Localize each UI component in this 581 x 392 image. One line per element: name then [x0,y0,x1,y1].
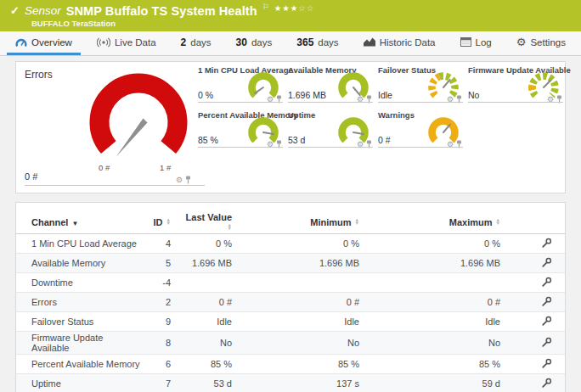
mini-gauge-value: No [468,90,479,100]
cell-maximum: 0 % [376,234,514,254]
tab-365-days[interactable]: 365days [288,31,347,55]
cell-id: 4 [144,234,181,254]
sort-icon: ▲▼ [355,218,359,226]
errors-gauge[interactable] [79,71,198,175]
device-name-link[interactable]: BUFFALO TeraStation [31,19,116,28]
cell-channel[interactable]: Downtime [16,273,144,293]
cell-last-value: 1.696 MB [181,254,249,273]
flag-icon[interactable]: ⚐ [262,3,269,11]
col-header-actions [514,211,565,234]
col-header-maximum[interactable]: Maximum▲▼ [376,211,514,234]
tab-log[interactable]: Log [452,31,500,55]
cell-channel[interactable]: Percent Available Memory [16,355,144,374]
sort-icon: ▲▼ [228,223,232,231]
cell-maximum: 1.696 MB [376,254,514,273]
table-row-percent-available-memory: Percent Available Memory685 %85 %85 % [16,355,565,374]
mini-gauge-label: Uptime [288,110,315,120]
edit-channel-icon[interactable] [541,378,552,389]
table-row-available-memory: Available Memory51.696 MB1.696 MB1.696 M… [16,254,565,273]
live-icon [97,37,110,48]
tab-overview[interactable]: Overview [7,31,81,55]
gauge-scale-min: 0 # [99,163,110,172]
mini-gauge-percent-available-memory: Percent Available Memory85 %⚙ [198,110,283,153]
divider [198,147,283,148]
col-header-channel[interactable]: Channel▼ [16,211,144,234]
cell-id: 9 [144,312,181,332]
cell-channel[interactable]: Firmware Update Available [16,332,144,355]
gauges-panel: Errors 0 # 1 # 0 # ⚙ 1 Min CPU Load Aver… [15,61,566,193]
cell-channel[interactable]: Uptime [16,374,144,392]
edit-channel-icon[interactable] [541,257,552,268]
cell-minimum: 0 % [249,234,376,254]
col-header-last-value[interactable]: Last Value▲▼ [181,211,249,234]
tab-number: 365 [296,36,313,48]
tab-live-data[interactable]: Live Data [88,31,165,55]
cell-channel[interactable]: Errors [16,293,144,312]
cell-id: 6 [144,355,181,374]
gauge-scale-max: 1 # [160,163,171,172]
cell-last-value: 53 d [181,374,249,392]
cell-channel[interactable]: Available Memory [16,254,144,273]
tab-label: Overview [31,37,72,48]
cell-actions [514,374,565,392]
cell-minimum: 1.696 MB [249,254,376,273]
cell-actions [514,293,565,312]
edit-channel-icon[interactable] [541,238,552,249]
table-header-row: Channel▼ ID▲▼ Last Value▲▼ Minimum▲▼ Max… [16,211,565,234]
pin-icon[interactable] [185,176,191,184]
channels-panel: Channel▼ ID▲▼ Last Value▲▼ Minimum▲▼ Max… [15,202,566,392]
mini-gauge-uptime: Uptime53 d⚙ [288,110,373,153]
prtg-sensor-page: ✓ Sensor SNMP Buffalo TS System Health ⚐… [0,0,581,392]
cell-maximum: Idle [376,312,514,332]
cell-last-value [181,273,249,293]
sort-icon: ▲▼ [496,218,500,226]
status-ok-icon: ✓ [10,4,20,17]
caret-down-icon: ▼ [71,220,78,227]
mini-gauge-value: Idle [378,90,392,100]
cell-minimum: 137 s [249,374,376,392]
priority-stars[interactable]: ★★★☆☆ [274,3,315,13]
col-header-id[interactable]: ID▲▼ [144,211,181,234]
tab-label: days [190,37,211,48]
cell-actions [514,355,565,374]
gauge-icon [15,37,27,48]
tab-bar: OverviewLive Data2days30days365daysHisto… [0,31,581,56]
divider [198,102,283,103]
cell-last-value: No [181,332,249,355]
cell-maximum: No [376,332,514,355]
mini-gauge-value: 0 % [198,90,213,100]
tab-historic-data[interactable]: Historic Data [355,31,444,55]
cell-id: 8 [144,332,181,355]
cell-minimum: 0 # [249,293,376,312]
edit-channel-icon[interactable] [541,296,552,307]
cell-id: 5 [144,254,181,273]
object-kind-label: Sensor [25,4,61,17]
mini-gauge-warnings: Warnings0 #⚙ [378,110,463,153]
divider [25,185,205,186]
edit-channel-icon[interactable] [541,316,552,327]
tab-number: 30 [236,36,247,48]
col-header-minimum[interactable]: Minimum▲▼ [249,211,376,234]
tab-30-days[interactable]: 30days [228,31,281,55]
page-title: SNMP Buffalo TS System Health [66,4,257,18]
mini-gauge-1-min-cpu-load-average: 1 Min CPU Load Average0 %⚙ [198,65,283,108]
divider [288,102,373,103]
mini-gauge-label: Warnings [378,110,415,120]
cell-maximum: 59 d [376,374,514,392]
mini-gauge-value: 85 % [198,135,218,145]
edit-channel-icon[interactable] [541,358,552,369]
stars-empty: ☆☆ [298,3,314,13]
table-row-errors: Errors20 #0 #0 # [16,293,565,312]
mini-gauge-available-memory: Available Memory1.696 MB⚙ [288,65,373,108]
cell-last-value: Idle [181,312,249,332]
edit-channel-icon[interactable] [541,277,552,288]
divider [288,147,373,148]
cell-channel[interactable]: Failover Status [16,312,144,332]
tab-settings[interactable]: ⚙Settings [508,31,574,55]
divider [378,102,463,103]
tab-2-days[interactable]: 2days [172,31,220,55]
edit-channel-icon[interactable] [541,337,552,348]
cell-channel[interactable]: 1 Min CPU Load Average [16,234,144,254]
table-row-firmware-update-available: Firmware Update Available8NoNoNo [16,332,565,355]
gear-icon[interactable]: ⚙ [176,176,183,184]
